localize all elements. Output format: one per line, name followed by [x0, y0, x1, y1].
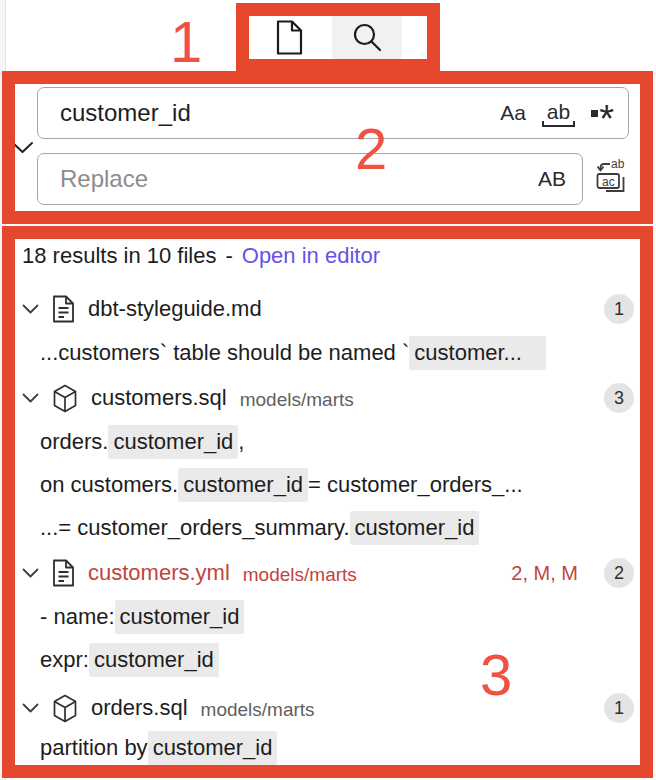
results-summary: 18 results in 10 files - Open in editor [22, 243, 380, 269]
svg-text:ac: ac [602, 175, 615, 189]
regex-asterisk: * [599, 108, 614, 130]
cube-icon [52, 384, 78, 413]
file-name: dbt-styleguide.md [88, 296, 262, 322]
file-row-orders-sql[interactable]: orders.sql models/marts 1 [22, 690, 634, 726]
match-line[interactable]: ...customers` table should be named `cus… [40, 336, 650, 370]
annotation-label-1: 1 [170, 13, 202, 71]
match-highlight: customer_id [115, 600, 245, 634]
tab-search[interactable] [332, 10, 402, 64]
match-highlight: customer... [409, 336, 546, 370]
toggle-replace-button[interactable] [11, 141, 34, 154]
open-in-editor-link[interactable]: Open in editor [242, 243, 380, 269]
file-name: customers.sql [91, 385, 227, 411]
match-count-badge: 2 [604, 558, 634, 588]
match-pre: ...customers` table should be named ` [40, 340, 409, 366]
chevron-down-icon[interactable] [22, 304, 39, 314]
chevron-down-icon[interactable] [22, 568, 39, 578]
match-case-toggle[interactable]: Aa [500, 101, 526, 125]
summary-dash: - [225, 243, 232, 269]
match-pre: partition by [40, 735, 148, 761]
match-line[interactable]: ...= customer_orders_summary.customer_id [40, 511, 650, 545]
match-highlight: customer_id [89, 643, 219, 677]
match-highlight: customer_id [108, 425, 238, 459]
search-icon [351, 21, 383, 53]
search-details-ellipsis[interactable]: ··· [590, 201, 625, 232]
replace-field-box: AB [37, 153, 583, 205]
chevron-down-icon[interactable] [22, 703, 39, 713]
match-highlight: customer_id [148, 731, 278, 765]
git-problem-decoration: 2, M, M [511, 562, 578, 585]
match-post: , [238, 429, 244, 455]
cube-icon [52, 694, 78, 723]
match-pre: orders. [40, 429, 108, 455]
match-count-badge: 3 [604, 383, 634, 413]
match-line[interactable]: - name: customer_id [40, 600, 650, 634]
search-sidebar: Aa ab * AB ab ac ··· 18 results in 10 fi… [0, 0, 656, 780]
tab-explorer[interactable] [254, 10, 324, 64]
regex-toggle[interactable]: * [591, 102, 614, 124]
match-count-badge: 1 [604, 294, 634, 324]
file-name: customers.yml [88, 560, 230, 586]
match-highlight: customer_id [178, 468, 308, 502]
search-field-box: Aa ab * [37, 87, 629, 139]
regex-dot [591, 110, 598, 117]
sidebar-tab-bar [254, 10, 402, 64]
match-line[interactable]: on customers.customer_id = customer_orde… [40, 468, 650, 502]
panel-left-edge [0, 0, 6, 780]
match-highlight: customer_id [350, 511, 480, 545]
match-post: = customer_orders_... [308, 472, 523, 498]
svg-text:ab: ab [611, 157, 625, 171]
search-input[interactable] [44, 99, 482, 127]
replace-all-button[interactable]: ab ac [594, 156, 631, 198]
match-pre: on customers. [40, 472, 178, 498]
document-icon [52, 559, 75, 587]
file-name: orders.sql [91, 695, 188, 721]
match-line[interactable]: expr: customer_id [40, 643, 650, 677]
document-icon [52, 295, 75, 323]
chevron-down-icon[interactable] [22, 393, 39, 403]
file-path: models/marts [240, 386, 354, 411]
file-path: models/marts [243, 561, 357, 586]
chevron-down-icon [11, 141, 34, 154]
match-pre: - name: [40, 604, 115, 630]
match-count-badge: 1 [604, 693, 634, 723]
match-line[interactable]: partition by customer_id [40, 731, 650, 765]
whole-word-toggle[interactable]: ab [544, 100, 573, 127]
match-line[interactable]: orders.customer_id, [40, 425, 650, 459]
file-row-customers-yml[interactable]: customers.yml models/marts 2, M, M 2 [22, 555, 634, 591]
preserve-case-toggle[interactable]: AB [538, 167, 566, 191]
file-row-customers-sql[interactable]: customers.sql models/marts 3 [22, 380, 634, 416]
match-pre: ...= customer_orders_summary. [40, 515, 350, 541]
results-count-text: 18 results in 10 files [22, 243, 216, 269]
file-icon [276, 20, 303, 55]
file-path: models/marts [201, 696, 315, 721]
replace-all-icon: ab ac [594, 156, 631, 198]
replace-input[interactable] [44, 165, 520, 193]
file-row-dbt-styleguide[interactable]: dbt-styleguide.md 1 [22, 291, 634, 327]
match-pre: expr: [40, 647, 89, 673]
